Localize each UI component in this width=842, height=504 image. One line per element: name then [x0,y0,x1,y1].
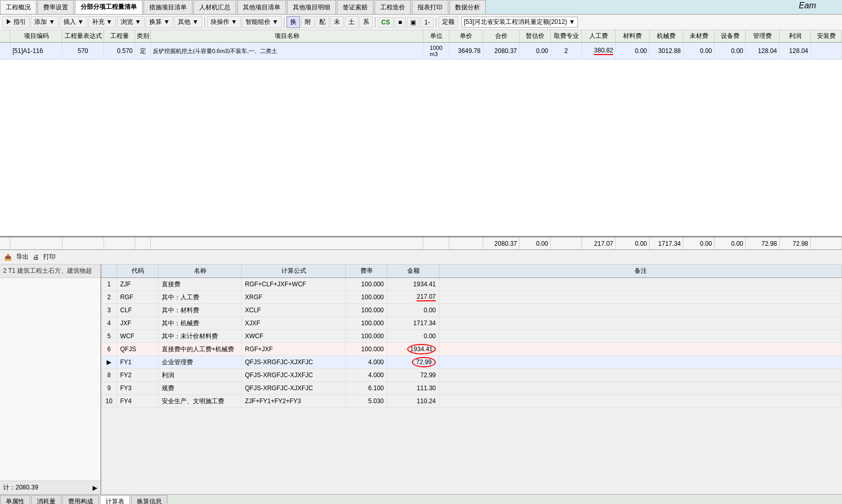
fee-amount-2: 217.07 [387,291,439,303]
fee-row-8[interactable]: 8 FY2 利润 QFJS-XRGFJC-XJXFJC 4.000 72.99 [101,369,842,382]
tab-cost[interactable]: 工程造价 [374,0,411,14]
btn-earth[interactable]: 土 [345,16,358,28]
btn-browse[interactable]: 浏览 ▼ [117,16,145,28]
sum-total: 2080.37 [483,237,520,249]
lower-left-panel: 2 T1 建筑工程土石方、建筑物超 计：2080.39 ▶ [0,264,101,494]
btn-quota[interactable]: 定额 [438,16,458,28]
fee-row-6[interactable]: 6 QFJS 直接费中的人工费+机械费 RGF+JXF 100.000 1934… [101,343,842,356]
fee-num-5: 5 [101,330,117,342]
fee-row-9[interactable]: 9 FY3 规费 QFJS-XRGFJC-XJXFJC 6.100 111.30 [101,382,842,395]
tab-other-detail[interactable]: 其他项目明细 [287,0,336,14]
fee-formula-8: QFJS-XRGFJC-XJXFJC [242,369,346,381]
fee-rate-2: 100.000 [346,291,387,303]
sum-item-code [10,237,62,249]
lth-name: 名称 [159,264,242,277]
lower-table-header: 代码 名称 计算公式 费率 金额 备注 [101,264,842,278]
tab-print[interactable]: 报表打印 [412,0,448,14]
fee-num-2: 2 [101,291,117,303]
btn-other[interactable]: 其他 ▼ [174,16,202,28]
th-rownum [0,30,10,42]
lower-panel: 📤 导出 🖨 打印 2 T1 建筑工程土石方、建筑物超 计：2080.39 ▶ … [0,250,842,494]
fee-num-3: 3 [101,304,117,316]
btn-cs[interactable]: CS [378,17,394,28]
th-total: 合价 [483,30,520,42]
btn-guide[interactable]: ▶ 指引 [2,16,30,28]
fee-remark-6 [439,343,842,355]
btn-square[interactable]: ■ [395,17,406,28]
fee-row-10[interactable]: 10 FY4 安全生产、文明施工费 ZJF+FY1+FY2+FY3 5.030 … [101,395,842,408]
summary-row: 2080.37 0.00 217.07 0.00 1717.34 0.00 0.… [0,236,842,250]
bottom-tab-fee-composition[interactable]: 费用构成 [62,495,99,504]
fee-row-2[interactable]: 2 RGF 其中：人工费 XRGF 100.000 217.07 [101,291,842,304]
td-estimate: 0.00 [520,43,551,59]
bottom-tab-bar: 单属性 消耗量 费用构成 计算表 换算信息 [0,494,842,504]
fee-amount-5: 0.00 [387,330,439,342]
tab-other-items[interactable]: 其他项目清单 [237,0,286,14]
td-other: 0.00 [683,43,715,59]
lower-content: 2 T1 建筑工程土石方、建筑物超 计：2080.39 ▶ 代码 名称 计算公式… [0,264,842,494]
btn-attach[interactable]: 附 [301,16,315,28]
fee-code-5: WCF [117,330,159,342]
sum-install [811,237,842,249]
fee-rate-3: 100.000 [346,304,387,316]
td-labor: 380.82 [582,43,616,59]
tab-labor-material[interactable]: 人材机汇总 [193,0,236,14]
btn-block[interactable]: 块操作 ▼ [207,16,241,28]
fee-name-3: 其中：材料费 [159,304,242,316]
tab-claim[interactable]: 签证索赔 [337,0,373,14]
btn-1dash[interactable]: 1- [421,17,434,28]
lth-formula: 计算公式 [242,264,346,277]
th-type: 类别 [135,30,151,42]
fee-num-10: 10 [101,395,117,407]
fee-remark-7 [439,356,842,368]
tab-project-list[interactable]: 分部分项工程量清单 [75,0,143,14]
fee-formula-7: QFJS-XRGFJC-XJXFJC [242,356,346,368]
bottom-tab-properties[interactable]: 单属性 [0,495,30,504]
fee-remark-8 [439,369,842,381]
quota-dropdown[interactable]: [53]河北省安装工程消耗量定额(2012) ▼ [461,17,578,28]
table-row[interactable]: [51]A1-116 570 0.570 定 反铲挖掘机挖土(斗容量0.6m3)… [0,43,842,60]
fee-row-4[interactable]: 4 JXF 其中：机械费 XJXF 100.000 1717.34 [101,317,842,330]
fee-rate-5: 100.000 [346,330,387,342]
bottom-tab-consumption[interactable]: 消耗量 [31,495,61,504]
btn-switch[interactable]: 换 [287,16,300,28]
export-label[interactable]: 导出 [16,253,29,261]
print-label[interactable]: 打印 [43,253,56,261]
fee-amount-1: 1934.41 [387,278,439,290]
btn-smart-group[interactable]: 智能组价 ▼ [242,16,282,28]
fee-amount-4: 1717.34 [387,317,439,329]
fee-row-7[interactable]: ▶ FY1 企业管理费 QFJS-XRGFJC-XJXFJC 4.000 72.… [101,356,842,369]
fee-remark-2 [439,291,842,303]
fee-rate-6: 100.000 [346,343,387,355]
sum-fee-type [551,237,582,249]
scroll-right[interactable]: ▶ [93,484,97,492]
fee-code-9: FY3 [117,382,159,394]
btn-square2[interactable]: ▣ [407,17,420,28]
fee-row-5[interactable]: 5 WCF 其中：未计价材料费 XWCF 100.000 0.00 [101,330,842,343]
fee-remark-10 [439,395,842,407]
tab-measures[interactable]: 措施项目清单 [144,0,192,14]
btn-match[interactable]: 配 [316,16,329,28]
btn-unpriced[interactable]: 未 [330,16,344,28]
btn-insert[interactable]: 插入 ▼ [60,16,87,28]
td-machine: 3012.88 [650,43,683,59]
td-total: 2080.37 [483,43,520,59]
bottom-tab-conversion[interactable]: 换算信息 [131,495,167,504]
td-type: 定 [135,43,151,59]
fee-name-8: 利润 [159,369,242,381]
bottom-tab-calc-table[interactable]: 计算表 [100,495,130,504]
btn-supplement[interactable]: 补充 ▼ [88,16,116,28]
fee-row-1[interactable]: 1 ZJF 直接费 RGF+CLF+JXF+WCF 100.000 1934.4… [101,278,842,291]
btn-convert[interactable]: 换算 ▼ [146,16,173,28]
fee-row-3[interactable]: 3 CLF 其中：材料费 XCLF 100.000 0.00 [101,304,842,317]
btn-system[interactable]: 系 [359,16,373,28]
tab-overview[interactable]: 工程概况 [0,0,36,14]
fee-name-6: 直接费中的人工费+机械费 [159,343,242,355]
fee-remark-3 [439,304,842,316]
sum-profit: 72.98 [780,237,811,249]
btn-add[interactable]: 添加 ▼ [31,16,58,28]
tab-rate-settings[interactable]: 费率设置 [37,0,74,14]
tab-analysis[interactable]: 数据分析 [449,0,486,14]
sum-rownum [0,237,10,249]
th-item-code: 项目编码 [10,30,62,42]
